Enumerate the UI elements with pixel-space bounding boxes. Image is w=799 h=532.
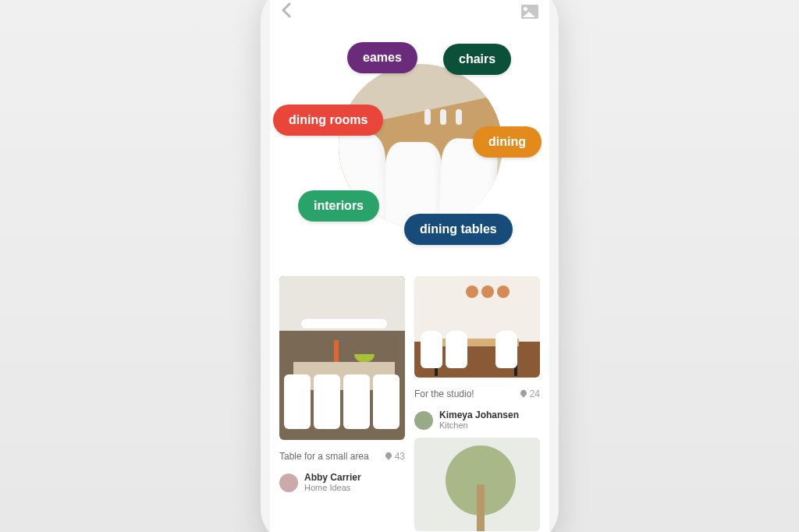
author-board: Home Ideas: [304, 483, 361, 492]
tag-dining-tables[interactable]: dining tables: [404, 214, 513, 245]
pin-icon: [384, 451, 392, 459]
pin-caption: For the studio!: [414, 388, 474, 399]
pin-author[interactable]: Abby Carrier Home Ideas: [279, 473, 405, 492]
author-name: Kimeya Johansen: [439, 410, 519, 420]
avatar: [279, 473, 298, 492]
pin-image[interactable]: [414, 438, 540, 531]
pin-caption-row: For the studio! 24: [414, 388, 540, 399]
back-button[interactable]: [281, 2, 292, 21]
author-board: Kitchen: [439, 420, 519, 430]
tag-chairs[interactable]: chairs: [443, 44, 511, 75]
pin-caption-row: Table for a small area 43: [279, 451, 405, 462]
phone-frame: eames chairs dining rooms dining interio…: [261, 0, 559, 532]
tag-eames[interactable]: eames: [347, 42, 417, 73]
pin-image[interactable]: [279, 276, 405, 440]
pin-icon: [519, 388, 527, 397]
tag-interiors[interactable]: interiors: [298, 190, 379, 222]
tag-dining[interactable]: dining: [473, 126, 542, 158]
avatar: [414, 411, 433, 430]
author-name: Abby Carrier: [304, 473, 361, 483]
pin-image[interactable]: [414, 276, 540, 378]
pin-count: 43: [385, 451, 405, 462]
pin-caption: Table for a small area: [279, 451, 369, 462]
chevron-left-icon: [281, 2, 292, 18]
visual-search-hero: eames chairs dining rooms dining interio…: [270, 34, 549, 262]
tag-dining-rooms[interactable]: dining rooms: [273, 105, 383, 136]
feed: Table for a small area 43 Abby Carrier H…: [270, 276, 549, 531]
image-icon[interactable]: [521, 5, 538, 19]
feed-col-right: For the studio! 24 Kimeya Johansen Kitch…: [414, 276, 540, 531]
app-screen: eames chairs dining rooms dining interio…: [270, 0, 549, 532]
feed-col-left: Table for a small area 43 Abby Carrier H…: [279, 276, 405, 531]
pin-count-value: 24: [530, 388, 540, 399]
top-bar: [270, 0, 549, 30]
pin-author[interactable]: Kimeya Johansen Kitchen: [414, 410, 540, 430]
pin-count: 24: [520, 388, 540, 399]
pin-count-value: 43: [395, 451, 405, 462]
